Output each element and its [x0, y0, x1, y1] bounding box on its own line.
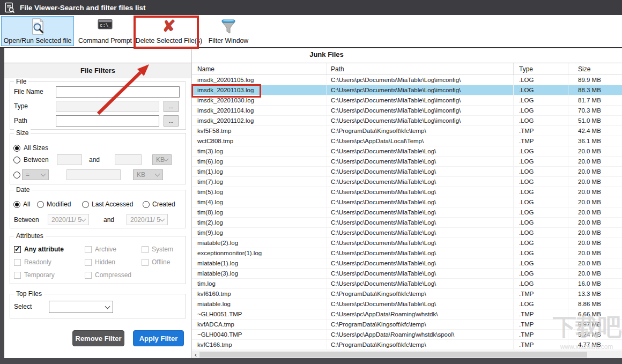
date-last-accessed-label: Last Accessed — [92, 200, 133, 208]
table-cell: C:\ProgramData\Kingsoft\kfc\temp\ — [327, 289, 514, 299]
size-operator-radio[interactable] — [13, 172, 20, 179]
filter-window-button[interactable]: Filter Window — [205, 16, 252, 46]
table-row[interactable]: ~GLH0051.TMPC:\Users\pc\AppData\Roaming\… — [192, 309, 622, 320]
table-row[interactable]: tim(6).logC:\Users\pc\Documents\MiaTable… — [192, 157, 622, 167]
open-run-selected-file-button[interactable]: Open/Run Selected file — [1, 16, 74, 46]
size-between-label: Between — [24, 156, 49, 164]
table-cell: C:\Users\pc\Documents\MiaTable\Log\ — [327, 187, 514, 197]
table-row[interactable]: tim(7).logC:\Users\pc\Documents\MiaTable… — [192, 177, 622, 187]
table-row[interactable]: exceptionmonitor(1).logC:\Users\pc\Docum… — [192, 248, 622, 258]
chevron-down-icon — [160, 216, 165, 221]
remove-filter-button[interactable]: Remove Filter — [72, 330, 124, 346]
table-row[interactable]: kvf6160.tmpC:\ProgramData\Kingsoft\kfc\t… — [192, 289, 622, 299]
table-row[interactable]: kvfADCA.tmpC:\ProgramData\Kingsoft\kfc\t… — [192, 320, 622, 330]
table-cell: imsdk_20201105.log — [192, 75, 327, 85]
table-cell: C:\Users\pc\Documents\MiaTable\Log\ — [327, 177, 514, 187]
table-row[interactable]: tim(2).logC:\Users\pc\Documents\MiaTable… — [192, 218, 622, 228]
size-min-input — [57, 154, 82, 165]
table-cell: .TMP — [514, 136, 568, 146]
table-row[interactable]: tim(9).logC:\Users\pc\Documents\MiaTable… — [192, 228, 622, 238]
compressed-checkbox — [85, 272, 92, 279]
offline-label: Offline — [152, 258, 170, 266]
table-row[interactable]: tim(5).logC:\Users\pc\Documents\MiaTable… — [192, 187, 622, 197]
size-and-label: and — [89, 156, 100, 164]
size-operator-value: = — [26, 171, 29, 179]
toolbar-button-label: Command Prompt — [78, 37, 132, 44]
all-sizes-radio[interactable] — [13, 145, 20, 152]
table-row[interactable]: miatable(2).logC:\Users\pc\Documents\Mia… — [192, 238, 622, 248]
table-cell: imsdk_20201102.log — [192, 116, 327, 125]
table-cell: C:\Users\pc\Documents\MiaTable\Log\imcon… — [327, 75, 514, 85]
column-header-size[interactable]: Size — [568, 63, 622, 75]
path-browse-button[interactable]: ... — [164, 115, 179, 127]
scrollbar-thumb[interactable] — [199, 352, 587, 358]
apply-filter-button[interactable]: Apply Filter — [133, 330, 184, 346]
date-all-label: All — [23, 200, 30, 208]
date-all-radio[interactable] — [13, 201, 20, 208]
scroll-left-arrow-icon[interactable]: ‹ — [192, 351, 199, 358]
table-cell: kvfC166.tmp — [192, 340, 327, 350]
table-cell: C:\Users\pc\Documents\MiaTable\Log\ — [327, 218, 514, 227]
table-cell: .LOG — [514, 167, 568, 176]
table-row[interactable]: imsdk_20201102.logC:\Users\pc\Documents\… — [192, 116, 622, 126]
attributes-group: Attributes Any attribute Archive System … — [10, 236, 186, 284]
table-cell: tim(1).log — [192, 167, 327, 176]
column-header-name[interactable]: Name — [192, 63, 327, 75]
table-cell: .LOG — [514, 299, 568, 309]
table-cell: 51.0 MB — [568, 116, 622, 125]
date-last-accessed-radio[interactable] — [82, 201, 89, 208]
horizontal-scrollbar[interactable]: ‹ — [192, 351, 622, 358]
table-cell: C:\ProgramData\Kingsoft\kfc\temp\ — [327, 126, 514, 136]
table-row[interactable]: wctC808.tmpC:\Users\pc\AppData\Local\Tem… — [192, 136, 622, 146]
table-cell: wctC808.tmp — [192, 136, 327, 146]
table-cell: C:\Users\pc\Documents\MiaTable\Log\ — [327, 157, 514, 166]
table-row[interactable]: ~GLH0040.TMPC:\Users\pc\AppData\Roaming\… — [192, 330, 622, 340]
table-cell: .TMP — [514, 330, 568, 339]
offline-checkbox — [142, 259, 149, 266]
table-row[interactable]: imsdk_20201104.logC:\Users\pc\Documents\… — [192, 106, 622, 116]
table-row[interactable]: tim(8).logC:\Users\pc\Documents\MiaTable… — [192, 207, 622, 218]
window-left-edge — [0, 48, 4, 358]
table-cell: 20.0 MB — [568, 218, 622, 227]
size-between-radio[interactable] — [13, 157, 20, 164]
table-cell: .LOG — [514, 207, 568, 217]
table-cell: C:\Users\pc\Documents\MiaTable\Log\ — [327, 248, 514, 258]
table-cell: C:\Users\pc\Documents\MiaTable\Log\imcon… — [327, 116, 514, 125]
column-header-path[interactable]: Path — [327, 63, 514, 75]
chevron-down-icon — [155, 172, 160, 177]
column-header-type[interactable]: Type — [514, 63, 568, 75]
annotation-box-delete-button — [134, 16, 199, 49]
date-created-radio[interactable] — [143, 201, 150, 208]
table-row[interactable]: miatable(1).logC:\Users\pc\Documents\Mia… — [192, 258, 622, 269]
toolbar: Open/Run Selected file c:\_ Command Prom… — [0, 15, 622, 48]
top-files-select-dropdown[interactable] — [49, 301, 113, 313]
any-attribute-checkbox[interactable] — [14, 246, 21, 253]
app-window: File Viewer-Search and filter files list… — [0, 0, 622, 364]
table-cell: kvfADCA.tmp — [192, 320, 327, 329]
annotation-box-selected-file — [191, 84, 261, 98]
console-icon: c:\_ — [98, 18, 113, 30]
table-cell: .LOG — [514, 228, 568, 237]
table-row[interactable]: kvf5F58.tmpC:\ProgramData\Kingsoft\kfc\t… — [192, 126, 622, 136]
table-cell: 16.0 MB — [568, 279, 622, 288]
table-row[interactable]: tim(3).logC:\Users\pc\Documents\MiaTable… — [192, 146, 622, 157]
table-row[interactable]: kvfC166.tmpC:\ProgramData\Kingsoft\kfc\t… — [192, 340, 622, 350]
table-cell: C:\Users\pc\Documents\MiaTable\Log\ — [327, 279, 514, 288]
table-cell: miatable(1).log — [192, 258, 327, 268]
table-row[interactable]: tim(4).logC:\Users\pc\Documents\MiaTable… — [192, 197, 622, 207]
table-row[interactable]: miatable(3).logC:\Users\pc\Documents\Mia… — [192, 269, 622, 279]
table-cell: 8.86 MB — [568, 299, 622, 309]
size-group-label: Size — [14, 129, 31, 137]
table-row[interactable]: miatable.logC:\Users\pc\Documents\MiaTab… — [192, 299, 622, 309]
date-modified-radio[interactable] — [37, 201, 44, 208]
table-cell: 70.3 MB — [568, 106, 622, 115]
type-browse-button[interactable]: ... — [164, 101, 179, 112]
table-cell: 20.0 MB — [568, 197, 622, 207]
toolbar-button-label: Filter Window — [209, 37, 248, 44]
window-title: File Viewer-Search and filter files list — [20, 4, 146, 12]
table-row[interactable]: tim(1).logC:\Users\pc\Documents\MiaTable… — [192, 167, 622, 177]
chevron-down-icon — [81, 216, 86, 221]
table-row[interactable]: tim.logC:\Users\pc\Documents\MiaTable\Lo… — [192, 279, 622, 289]
command-prompt-button[interactable]: c:\_ Command Prompt — [75, 16, 135, 46]
hidden-label: Hidden — [95, 258, 115, 266]
